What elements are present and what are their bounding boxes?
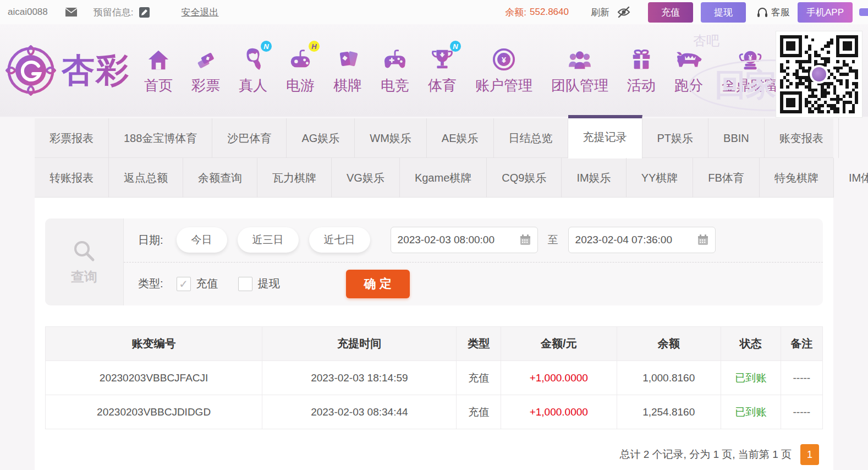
tab-wm[interactable]: WM娱乐: [355, 118, 427, 158]
nav-label: 跑分: [674, 76, 703, 95]
date-to-value: 2023-02-04 07:36:00: [575, 234, 672, 246]
ticket-icon: [194, 46, 217, 71]
last-3-days-button[interactable]: 近三日: [238, 227, 299, 253]
cell-remark: -----: [781, 361, 822, 395]
site-logo[interactable]: 杏彩: [6, 45, 130, 96]
new-badge: N: [261, 41, 272, 52]
content-card: 彩票报表 188金宝博体育 沙巴体育 AG娱乐 WM娱乐 AE娱乐 日结总览 充…: [35, 118, 833, 470]
nav-label: 彩票: [191, 76, 220, 95]
cell-balance: 1,000.8160: [617, 361, 721, 395]
type-filter-row: 类型: 充值 提现 确 定: [124, 263, 823, 306]
nav-item-sports[interactable]: N 体育: [428, 46, 457, 95]
trophy-icon: N: [431, 46, 454, 71]
cards-icon: [337, 46, 359, 71]
nav-item-paofen[interactable]: 跑分: [674, 46, 703, 95]
cell-change-id: 20230203VBBCJDIDGD: [46, 395, 262, 429]
svg-text:¥: ¥: [502, 56, 506, 64]
tab-yy-cards[interactable]: YY棋牌: [627, 158, 694, 198]
qr-center-logo: [810, 65, 828, 84]
partial-button[interactable]: [859, 8, 868, 16]
tab-cq9[interactable]: CQ9娱乐: [487, 158, 562, 198]
tab-lottery-report[interactable]: 彩票报表: [35, 118, 109, 158]
nav-item-team[interactable]: 团队管理: [551, 46, 608, 95]
tab-balance-query[interactable]: 余额查询: [183, 158, 257, 198]
tab-wali-cards[interactable]: 瓦力棋牌: [257, 158, 332, 198]
col-type: 类型: [457, 327, 501, 361]
service-link[interactable]: 客服: [757, 6, 790, 19]
withdraw-button[interactable]: 提现: [701, 2, 746, 23]
mobile-app-button[interactable]: 手机APP: [798, 2, 853, 23]
tab-pt[interactable]: PT娱乐: [642, 118, 709, 158]
username: aicai0088: [8, 7, 48, 18]
rhino-icon: [674, 46, 703, 71]
balance-value: 552.8640: [530, 7, 569, 18]
nav-label: 电游: [286, 76, 315, 95]
eye-off-icon[interactable]: [617, 7, 630, 18]
type-label: 类型:: [138, 276, 163, 291]
tab-daily-summary[interactable]: 日结总览: [494, 118, 568, 158]
tab-im[interactable]: IM娱乐: [562, 158, 626, 198]
query-button[interactable]: 查询: [45, 218, 124, 305]
cell-status: 已到账: [721, 395, 781, 429]
nav-label: 活动: [627, 76, 656, 95]
tab-bbin[interactable]: BBIN: [708, 118, 765, 158]
date-from-input[interactable]: 2023-02-03 08:00:00: [391, 227, 538, 253]
logo-emblem-icon: [6, 45, 56, 96]
tab-ag[interactable]: AG娱乐: [287, 118, 355, 158]
edit-icon[interactable]: [139, 7, 150, 18]
nav-item-cards[interactable]: 棋牌: [333, 46, 362, 95]
filter-panel: 查询 日期: 今日 近三日 近七日 2023-02-03 08:00:00 至 …: [45, 218, 823, 305]
search-icon: [72, 238, 97, 264]
tab-fb-sports[interactable]: FB体育: [693, 158, 760, 198]
tab-transfer-report[interactable]: 转账报表: [35, 158, 109, 198]
today-button[interactable]: 今日: [177, 227, 227, 253]
mail-icon[interactable]: [65, 8, 77, 17]
confirm-button[interactable]: 确 定: [346, 270, 410, 298]
cell-remark: -----: [781, 395, 822, 429]
tab-ae[interactable]: AE娱乐: [427, 118, 494, 158]
tab-vg[interactable]: VG娱乐: [332, 158, 400, 198]
date-to-input[interactable]: 2023-02-04 07:36:00: [568, 227, 716, 253]
withdraw-checkbox[interactable]: 提现: [238, 276, 280, 291]
topbar: aicai0088 预留信息: 安全退出 余额: 552.8640 刷新 充值 …: [0, 0, 868, 24]
cell-type: 充值: [457, 395, 501, 429]
tab-account-change-report[interactable]: 账变报表: [765, 118, 839, 158]
nav-item-egames[interactable]: H 电游: [286, 46, 315, 95]
cell-time: 2023-02-03 18:14:59: [262, 361, 457, 395]
logout-link[interactable]: 安全退出: [182, 6, 219, 19]
refresh-link[interactable]: 刷新: [591, 6, 609, 19]
nav-item-wealth[interactable]: ¥ 金鼎财富: [722, 46, 779, 95]
tab-im-sports[interactable]: IM体育: [834, 158, 868, 198]
esports-gamepad-icon: [383, 46, 407, 71]
table-header-row: 账变编号 充提时间 类型 金额/元 余额 状态 备注: [46, 327, 823, 361]
qr-code: [776, 31, 862, 118]
query-label: 查询: [71, 268, 97, 286]
nav-label: 棋牌: [333, 76, 362, 95]
nav-item-esports[interactable]: 电竞: [381, 46, 409, 95]
nav-item-lottery[interactable]: 彩票: [191, 46, 220, 95]
tab-deposit-withdraw-records[interactable]: 充提记录: [568, 115, 642, 159]
tab-tetu-cards[interactable]: 特兔棋牌: [760, 158, 834, 198]
checkbox-unchecked-icon: [238, 277, 252, 291]
table-row: 20230203VBBCJFACJI 2023-02-03 18:14:59 充…: [46, 361, 823, 395]
deposit-checkbox[interactable]: 充值: [177, 276, 218, 291]
nav-item-live[interactable]: N 真人: [239, 46, 267, 95]
main-nav: 杏彩 首页 彩票 N 真人 H 电游: [0, 24, 868, 117]
tab-kgame[interactable]: Kgame棋牌: [400, 158, 487, 198]
pagination: 总计 2 个记录, 分为 1 页, 当前第 1 页 1: [35, 429, 833, 465]
tab-saba-sports[interactable]: 沙巴体育: [212, 118, 287, 158]
nav-item-activities[interactable]: 活动: [627, 46, 656, 95]
nav-label: 真人: [239, 76, 267, 95]
nav-item-account[interactable]: ¥ 账户管理: [475, 46, 532, 95]
to-separator: 至: [548, 233, 558, 247]
tab-rebate-total[interactable]: 返点总额: [109, 158, 183, 198]
page-1-button[interactable]: 1: [800, 444, 819, 465]
tab-row-2: 转账报表 返点总额 余额查询 瓦力棋牌 VG娱乐 Kgame棋牌 CQ9娱乐 I…: [35, 158, 833, 198]
last-7-days-button[interactable]: 近七日: [309, 227, 370, 253]
tab-188-sports[interactable]: 188金宝博体育: [109, 118, 212, 158]
cell-type: 充值: [457, 361, 501, 395]
pagination-summary: 总计 2 个记录, 分为 1 页, 当前第 1 页: [620, 447, 792, 462]
deposit-button[interactable]: 充值: [648, 2, 693, 23]
col-amount: 金额/元: [501, 327, 617, 361]
nav-item-home[interactable]: 首页: [144, 46, 173, 95]
